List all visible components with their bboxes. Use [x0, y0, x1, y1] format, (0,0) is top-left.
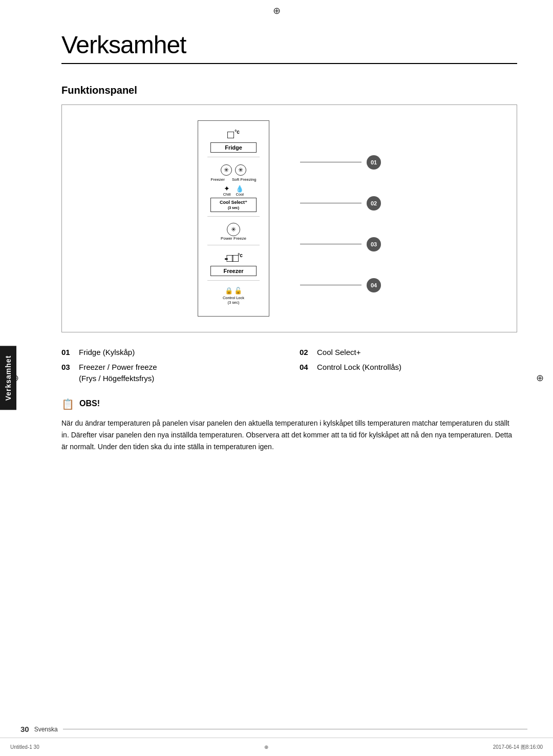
freezer-display: -□□°c — [224, 251, 242, 265]
chill-label: Chill — [223, 192, 231, 197]
lock-icons: 🔒 🔓 — [225, 287, 242, 295]
lock-closed-icon: 🔒 — [225, 287, 233, 295]
legend-item-04: 04 Control Lock (Kontrollås) — [300, 362, 517, 385]
callout-03: 03 — [300, 237, 381, 251]
footer-left: 30 Svenska — [20, 725, 58, 733]
callout-line-03 — [300, 244, 361, 244]
bottom-right-text: 2017-06-14 图8:16:00 — [493, 744, 543, 751]
fridge-display: □°c — [227, 128, 240, 141]
legend-num-01: 01 — [61, 347, 76, 359]
control-panel-diagram: □°c Fridge ✳ ✳ Freezer Soft Freezing — [198, 120, 381, 317]
bottom-left-text: Untitled-1 30 — [10, 744, 39, 750]
footer: 30 Svenska — [20, 725, 533, 733]
obs-label: OBS! — [79, 399, 100, 408]
freezer-label: Freezer — [210, 177, 225, 182]
side-tab: Verksamhet — [0, 346, 16, 410]
footer-line — [63, 729, 527, 729]
legend-text-03: Freezer / Power freeze(Frys / Högeffekts… — [79, 362, 157, 385]
control-lock-section: 🔒 🔓 Control Lock (3 sec) — [207, 287, 260, 309]
compass-top-mark: ⊕ — [273, 5, 281, 16]
callouts-right: 01 02 03 04 — [300, 132, 381, 306]
cool-icon-group: 💧 Cool — [236, 185, 244, 197]
chill-icon-group: ✦ Chill — [223, 185, 231, 197]
legend-num-04: 04 — [300, 362, 314, 373]
freezer-display-section: -□□°c Freezer — [207, 251, 260, 281]
legend-text-01: Fridge (Kylskåp) — [79, 347, 135, 359]
cool-select-label: Cool Select⁺ — [220, 200, 247, 205]
footer-page-number: 30 — [20, 725, 29, 733]
fridge-button[interactable]: Fridge — [210, 142, 257, 153]
lock-open-icon: 🔓 — [234, 287, 242, 295]
callout-line-02 — [300, 203, 361, 203]
power-freeze-section: ✳ Power Freeze — [207, 223, 260, 245]
title-underline — [61, 63, 517, 64]
main-content: Verksamhet Funktionspanel □°c Fridge ✳ — [20, 0, 553, 484]
callout-04: 04 — [300, 278, 381, 292]
bottom-compass: ⊕ — [264, 744, 268, 750]
control-lock-area: 🔒 🔓 Control Lock (3 sec) — [223, 287, 244, 305]
callout-line-01 — [300, 162, 361, 162]
chill-cool-row: ✦ Chill 💧 Cool — [223, 185, 244, 197]
footer-language: Svenska — [34, 726, 58, 733]
freezer-labels: Freezer Soft Freezing — [210, 177, 256, 182]
cool-droplet-icon: 💧 — [236, 185, 244, 192]
legend-text-04: Control Lock (Kontrollås) — [317, 362, 401, 373]
freezer-button[interactable]: Freezer — [210, 266, 257, 276]
obs-icon: 📋 — [61, 398, 74, 410]
legend-num-02: 02 — [300, 347, 314, 359]
freezer-icon-row: ✳ ✳ — [221, 164, 246, 176]
obs-text: När du ändrar temperaturen på panelen vi… — [61, 417, 517, 453]
freezer-icons-section: ✳ ✳ Freezer Soft Freezing ✦ Chill — [207, 163, 260, 217]
bottom-strip: Untitled-1 30 ⊕ 2017-06-14 图8:16:00 — [0, 738, 553, 756]
control-lock-label: Control Lock (3 sec) — [223, 296, 244, 305]
legend-item-02: 02 Cool Select+ — [300, 347, 517, 359]
soft-freezing-icon: ✳ — [235, 164, 246, 176]
legend-item-03: 03 Freezer / Power freeze(Frys / Högeffe… — [61, 362, 279, 385]
callout-num-03: 03 — [367, 237, 381, 251]
page-title: Verksamhet — [61, 31, 517, 59]
legend-num-03: 03 — [61, 362, 76, 373]
chill-star-icon: ✦ — [224, 185, 230, 192]
callout-num-04: 04 — [367, 278, 381, 292]
callout-num-02: 02 — [367, 196, 381, 211]
callout-02: 02 — [300, 196, 381, 211]
power-freeze-icon: ✳ — [227, 223, 240, 236]
panel-diagram-box: □°c Fridge ✳ ✳ Freezer Soft Freezing — [61, 104, 517, 332]
section-heading: Funktionspanel — [61, 85, 517, 96]
control-panel: □°c Fridge ✳ ✳ Freezer Soft Freezing — [198, 120, 269, 317]
soft-freezing-label: Soft Freezing — [232, 177, 257, 182]
cool-label: Cool — [236, 192, 244, 197]
callout-01: 01 — [300, 155, 381, 170]
fridge-section: □°c Fridge — [207, 128, 260, 157]
callout-line-04 — [300, 285, 361, 285]
compass-right-mark: ⊕ — [536, 372, 544, 384]
legend-text-02: Cool Select+ — [317, 347, 360, 359]
cool-select-sub: (3 sec) — [228, 206, 239, 209]
legend-item-01: 01 Fridge (Kylskåp) — [61, 347, 279, 359]
legend-grid: 01 Fridge (Kylskåp) 02 Cool Select+ 03 F… — [61, 347, 517, 385]
freezer-icon: ✳ — [221, 164, 232, 176]
callout-num-01: 01 — [367, 155, 381, 170]
obs-section: 📋 OBS! — [61, 399, 517, 410]
power-freeze-label: Power Freeze — [221, 236, 246, 241]
cool-select-button[interactable]: Cool Select⁺ (3 sec) — [210, 198, 257, 212]
